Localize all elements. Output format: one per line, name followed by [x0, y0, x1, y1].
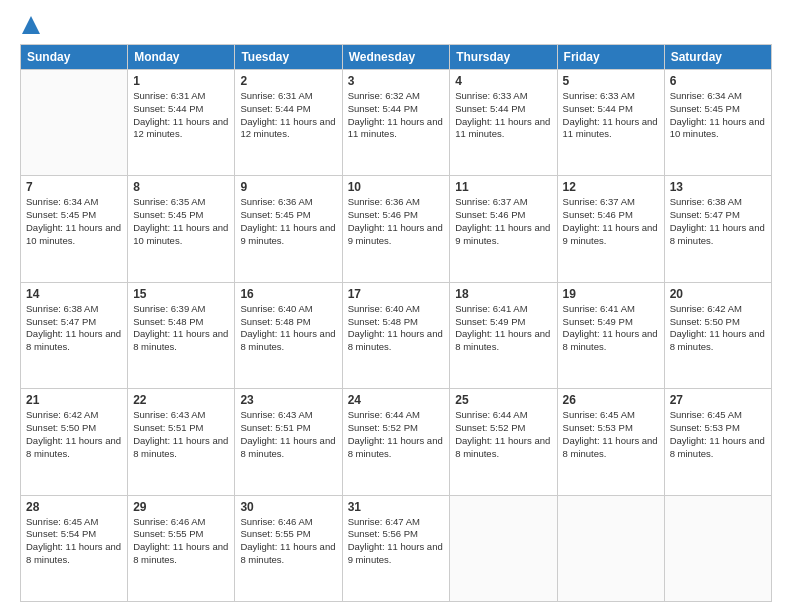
day-number: 8: [133, 180, 229, 194]
calendar-table: SundayMondayTuesdayWednesdayThursdayFrid…: [20, 44, 772, 602]
cell-info: Sunrise: 6:45 AMSunset: 5:53 PMDaylight:…: [670, 409, 766, 460]
day-number: 14: [26, 287, 122, 301]
day-number: 17: [348, 287, 445, 301]
day-number: 12: [563, 180, 659, 194]
calendar-cell: 10Sunrise: 6:36 AMSunset: 5:46 PMDayligh…: [342, 176, 450, 282]
calendar-cell: 30Sunrise: 6:46 AMSunset: 5:55 PMDayligh…: [235, 495, 342, 601]
day-number: 31: [348, 500, 445, 514]
cell-info: Sunrise: 6:39 AMSunset: 5:48 PMDaylight:…: [133, 303, 229, 354]
day-header-tuesday: Tuesday: [235, 45, 342, 70]
calendar-header-row: SundayMondayTuesdayWednesdayThursdayFrid…: [21, 45, 772, 70]
calendar-cell: [557, 495, 664, 601]
calendar-cell: 23Sunrise: 6:43 AMSunset: 5:51 PMDayligh…: [235, 389, 342, 495]
cell-info: Sunrise: 6:42 AMSunset: 5:50 PMDaylight:…: [26, 409, 122, 460]
cell-info: Sunrise: 6:41 AMSunset: 5:49 PMDaylight:…: [455, 303, 551, 354]
cell-info: Sunrise: 6:45 AMSunset: 5:53 PMDaylight:…: [563, 409, 659, 460]
day-number: 4: [455, 74, 551, 88]
cell-info: Sunrise: 6:36 AMSunset: 5:46 PMDaylight:…: [348, 196, 445, 247]
calendar-cell: 21Sunrise: 6:42 AMSunset: 5:50 PMDayligh…: [21, 389, 128, 495]
cell-info: Sunrise: 6:32 AMSunset: 5:44 PMDaylight:…: [348, 90, 445, 141]
cell-info: Sunrise: 6:46 AMSunset: 5:55 PMDaylight:…: [240, 516, 336, 567]
day-header-monday: Monday: [128, 45, 235, 70]
cell-info: Sunrise: 6:35 AMSunset: 5:45 PMDaylight:…: [133, 196, 229, 247]
calendar-week-1: 1Sunrise: 6:31 AMSunset: 5:44 PMDaylight…: [21, 70, 772, 176]
day-header-wednesday: Wednesday: [342, 45, 450, 70]
day-number: 26: [563, 393, 659, 407]
cell-info: Sunrise: 6:41 AMSunset: 5:49 PMDaylight:…: [563, 303, 659, 354]
day-number: 21: [26, 393, 122, 407]
calendar-week-5: 28Sunrise: 6:45 AMSunset: 5:54 PMDayligh…: [21, 495, 772, 601]
cell-info: Sunrise: 6:40 AMSunset: 5:48 PMDaylight:…: [348, 303, 445, 354]
day-number: 25: [455, 393, 551, 407]
day-number: 18: [455, 287, 551, 301]
cell-info: Sunrise: 6:46 AMSunset: 5:55 PMDaylight:…: [133, 516, 229, 567]
logo: [20, 18, 40, 34]
calendar-cell: 18Sunrise: 6:41 AMSunset: 5:49 PMDayligh…: [450, 282, 557, 388]
calendar-cell: 19Sunrise: 6:41 AMSunset: 5:49 PMDayligh…: [557, 282, 664, 388]
cell-info: Sunrise: 6:44 AMSunset: 5:52 PMDaylight:…: [348, 409, 445, 460]
day-number: 29: [133, 500, 229, 514]
day-number: 20: [670, 287, 766, 301]
day-number: 6: [670, 74, 766, 88]
cell-info: Sunrise: 6:40 AMSunset: 5:48 PMDaylight:…: [240, 303, 336, 354]
cell-info: Sunrise: 6:31 AMSunset: 5:44 PMDaylight:…: [133, 90, 229, 141]
day-header-friday: Friday: [557, 45, 664, 70]
day-header-saturday: Saturday: [664, 45, 771, 70]
day-header-thursday: Thursday: [450, 45, 557, 70]
day-number: 3: [348, 74, 445, 88]
day-number: 7: [26, 180, 122, 194]
calendar-cell: 15Sunrise: 6:39 AMSunset: 5:48 PMDayligh…: [128, 282, 235, 388]
cell-info: Sunrise: 6:43 AMSunset: 5:51 PMDaylight:…: [133, 409, 229, 460]
cell-info: Sunrise: 6:47 AMSunset: 5:56 PMDaylight:…: [348, 516, 445, 567]
calendar-cell: 25Sunrise: 6:44 AMSunset: 5:52 PMDayligh…: [450, 389, 557, 495]
calendar-cell: 2Sunrise: 6:31 AMSunset: 5:44 PMDaylight…: [235, 70, 342, 176]
calendar-cell: 3Sunrise: 6:32 AMSunset: 5:44 PMDaylight…: [342, 70, 450, 176]
calendar-cell: 11Sunrise: 6:37 AMSunset: 5:46 PMDayligh…: [450, 176, 557, 282]
calendar-cell: 7Sunrise: 6:34 AMSunset: 5:45 PMDaylight…: [21, 176, 128, 282]
cell-info: Sunrise: 6:43 AMSunset: 5:51 PMDaylight:…: [240, 409, 336, 460]
calendar-cell: 26Sunrise: 6:45 AMSunset: 5:53 PMDayligh…: [557, 389, 664, 495]
day-number: 1: [133, 74, 229, 88]
day-number: 19: [563, 287, 659, 301]
calendar-cell: 14Sunrise: 6:38 AMSunset: 5:47 PMDayligh…: [21, 282, 128, 388]
calendar-cell: 27Sunrise: 6:45 AMSunset: 5:53 PMDayligh…: [664, 389, 771, 495]
calendar-cell: 4Sunrise: 6:33 AMSunset: 5:44 PMDaylight…: [450, 70, 557, 176]
day-number: 24: [348, 393, 445, 407]
day-number: 22: [133, 393, 229, 407]
day-number: 15: [133, 287, 229, 301]
calendar-cell: 24Sunrise: 6:44 AMSunset: 5:52 PMDayligh…: [342, 389, 450, 495]
cell-info: Sunrise: 6:33 AMSunset: 5:44 PMDaylight:…: [455, 90, 551, 141]
page: SundayMondayTuesdayWednesdayThursdayFrid…: [0, 0, 792, 612]
calendar-cell: 8Sunrise: 6:35 AMSunset: 5:45 PMDaylight…: [128, 176, 235, 282]
calendar-cell: 6Sunrise: 6:34 AMSunset: 5:45 PMDaylight…: [664, 70, 771, 176]
calendar-cell: 1Sunrise: 6:31 AMSunset: 5:44 PMDaylight…: [128, 70, 235, 176]
cell-info: Sunrise: 6:33 AMSunset: 5:44 PMDaylight:…: [563, 90, 659, 141]
day-number: 2: [240, 74, 336, 88]
cell-info: Sunrise: 6:31 AMSunset: 5:44 PMDaylight:…: [240, 90, 336, 141]
cell-info: Sunrise: 6:34 AMSunset: 5:45 PMDaylight:…: [670, 90, 766, 141]
cell-info: Sunrise: 6:37 AMSunset: 5:46 PMDaylight:…: [563, 196, 659, 247]
cell-info: Sunrise: 6:45 AMSunset: 5:54 PMDaylight:…: [26, 516, 122, 567]
calendar-cell: 28Sunrise: 6:45 AMSunset: 5:54 PMDayligh…: [21, 495, 128, 601]
cell-info: Sunrise: 6:34 AMSunset: 5:45 PMDaylight:…: [26, 196, 122, 247]
day-number: 27: [670, 393, 766, 407]
calendar-cell: 31Sunrise: 6:47 AMSunset: 5:56 PMDayligh…: [342, 495, 450, 601]
calendar-cell: 16Sunrise: 6:40 AMSunset: 5:48 PMDayligh…: [235, 282, 342, 388]
calendar-cell: 13Sunrise: 6:38 AMSunset: 5:47 PMDayligh…: [664, 176, 771, 282]
calendar-week-2: 7Sunrise: 6:34 AMSunset: 5:45 PMDaylight…: [21, 176, 772, 282]
cell-info: Sunrise: 6:36 AMSunset: 5:45 PMDaylight:…: [240, 196, 336, 247]
cell-info: Sunrise: 6:42 AMSunset: 5:50 PMDaylight:…: [670, 303, 766, 354]
day-number: 23: [240, 393, 336, 407]
calendar-cell: 12Sunrise: 6:37 AMSunset: 5:46 PMDayligh…: [557, 176, 664, 282]
calendar-cell: [21, 70, 128, 176]
calendar-cell: 9Sunrise: 6:36 AMSunset: 5:45 PMDaylight…: [235, 176, 342, 282]
cell-info: Sunrise: 6:38 AMSunset: 5:47 PMDaylight:…: [26, 303, 122, 354]
header: [20, 18, 772, 34]
calendar-cell: 17Sunrise: 6:40 AMSunset: 5:48 PMDayligh…: [342, 282, 450, 388]
day-number: 16: [240, 287, 336, 301]
day-number: 30: [240, 500, 336, 514]
cell-info: Sunrise: 6:37 AMSunset: 5:46 PMDaylight:…: [455, 196, 551, 247]
calendar-cell: 5Sunrise: 6:33 AMSunset: 5:44 PMDaylight…: [557, 70, 664, 176]
day-number: 10: [348, 180, 445, 194]
day-number: 11: [455, 180, 551, 194]
